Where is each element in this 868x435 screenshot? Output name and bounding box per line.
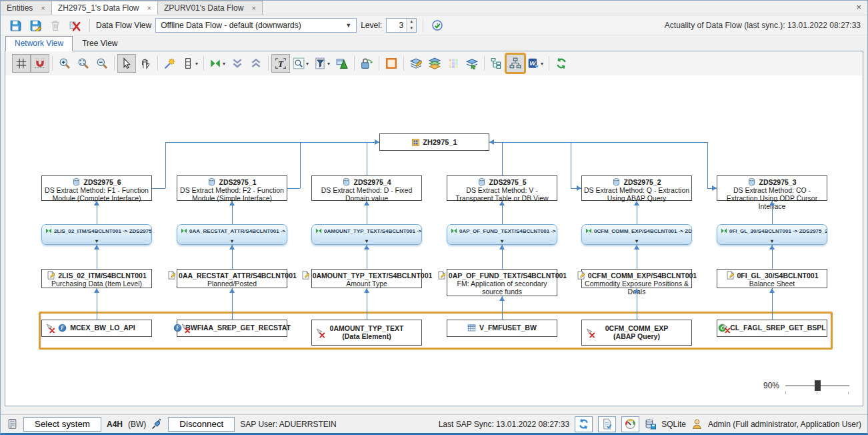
transformation-node[interactable]: 0AMOUNT_TYP_TEXT/S4BCLNT001 -> ZDS2975_4… [311, 224, 422, 245]
transformation-node[interactable]: 0CFM_COMM_EXP/S4BCLNT001 -> ZDS2975_2▾ [581, 224, 692, 245]
datasource-node[interactable]: 0AA_RECSTAT_ATTR/S4BCLNT001Planned/Poste… [177, 269, 287, 288]
snap-button[interactable] [31, 54, 49, 73]
zoom-slider[interactable] [785, 381, 849, 390]
transformation-node[interactable]: 0AA_RECSTAT_ATTR/S4BCLNT001 -> ZDS2975_1… [177, 224, 287, 245]
zoom-out-button[interactable] [93, 54, 111, 73]
collapse-indicator-icon[interactable]: ▾ [365, 238, 368, 245]
root-node[interactable]: ZH2975_1 [379, 133, 489, 151]
zoom-fit-button[interactable] [74, 54, 93, 73]
chevron-down-icon[interactable]: ▾ [327, 61, 330, 67]
user-icon [691, 418, 703, 430]
datastore-node[interactable]: ZDS2975_4DS Extract Method: D - Fixed Do… [311, 175, 422, 201]
remove-button[interactable] [67, 17, 83, 33]
actuality-text: Actuality of Data Flow (last sync.): 13.… [665, 21, 861, 30]
save-button[interactable] [7, 17, 23, 33]
spin-down-icon[interactable]: ▼ [407, 25, 416, 32]
text-tool-button[interactable]: T [271, 54, 290, 73]
connector-arrow [229, 245, 235, 250]
diagram-canvas[interactable]: ZH2975_1 90% ZDS2975_6DS Extract Method:… [5, 75, 863, 406]
transformation-icon [585, 228, 592, 234]
pan-button[interactable] [136, 54, 155, 73]
datastore-node[interactable]: ZDS2975_2DS Extract Method: Q - Extracti… [581, 175, 692, 201]
disconnect-button[interactable]: Disconnect [168, 417, 235, 432]
close-icon[interactable]: × [856, 3, 861, 11]
level-stepper[interactable]: 3 ▲▼ [386, 18, 417, 33]
layers-edit-button[interactable] [407, 54, 425, 73]
tab-entities[interactable]: Entities × [0, 1, 52, 15]
source-object-node[interactable]: FBWFIAA_SREP_GET_RECSTAT [177, 320, 287, 337]
collapse-indicator-icon[interactable]: ▾ [95, 238, 98, 245]
db-label: SQLite [661, 420, 686, 429]
sync-refresh-button[interactable] [575, 416, 593, 432]
sync-check-button[interactable] [429, 17, 445, 33]
orgchart-compact-button[interactable] [487, 54, 506, 73]
tab-zh2975-data-flow[interactable]: ZH2975_1's Data Flow × [51, 1, 158, 15]
datastore-node[interactable]: ZDS2975_1DS Extract Method: F2 - Functio… [177, 175, 287, 201]
close-icon[interactable]: × [41, 5, 45, 12]
datasource-node[interactable]: 0AMOUNT_TYP_TEXT/S4BCLNT001Amount Type [311, 269, 422, 288]
layout-vertical-button[interactable]: ▾ [179, 54, 201, 73]
datasource-node[interactable]: 0CFM_COMM_EXP/S4BCLNT001Commodity Exposu… [581, 269, 692, 288]
zoom-in-button[interactable] [55, 54, 74, 73]
tab-label: ZH2975_1's Data Flow [58, 3, 139, 13]
filter-button[interactable]: ▾ [311, 54, 333, 73]
collapse-indicator-icon[interactable]: ▾ [501, 238, 503, 245]
datasource-node[interactable]: 0AP_OF_FUND_TEXT/S4BCLNT001FM: Applicati… [447, 269, 557, 296]
refresh-button[interactable] [552, 54, 571, 73]
layers-export-button[interactable] [463, 54, 481, 73]
collapse-all-button[interactable] [228, 54, 247, 73]
select-system-button[interactable]: Select system [23, 417, 101, 432]
datastore-node[interactable]: ZDS2975_5DS Extract Method: V - Transpar… [447, 175, 557, 201]
datasource-node[interactable]: 2LIS_02_ITM/S4BCLNT001Purchasing Data (I… [41, 269, 152, 288]
search-button[interactable]: ▾ [290, 54, 311, 73]
source-object-node[interactable]: 0AMOUNT_TYP_TEXT(Data Element) [311, 320, 422, 346]
log-button[interactable] [598, 416, 616, 432]
select-icon [121, 57, 133, 69]
chevron-down-icon[interactable]: ▾ [541, 61, 543, 67]
grid-button[interactable] [12, 54, 31, 73]
color-palette-icon [447, 57, 459, 69]
frame-color-button[interactable] [382, 54, 401, 73]
datastore-node[interactable]: ZDS2975_3DS Extract Method: CO - Extract… [717, 175, 827, 201]
lock-refresh-button[interactable] [357, 54, 376, 73]
data-flow-view-select[interactable]: Offline Data Flow - default (downwards) … [155, 18, 357, 33]
orgchart-tree-button[interactable] [506, 54, 525, 73]
close-icon[interactable]: × [251, 5, 255, 12]
datastore-node[interactable]: ZDS2975_6DS Extract Method: F1 - Functio… [41, 175, 152, 201]
collapse-indicator-icon[interactable]: ▾ [771, 238, 773, 245]
save-as-button[interactable] [27, 17, 43, 33]
graph-toolbar: ▾▾T▾▾W▾ [5, 51, 863, 75]
close-icon[interactable]: × [147, 5, 151, 12]
connector-arrow [375, 139, 379, 145]
source-object-node[interactable]: 0CFM_COMM_EXP(ABAP Query) [581, 320, 692, 346]
source-object-node[interactable]: CCL_FAGL_SREP_GET_BSPL [717, 320, 827, 337]
tab-tree-view[interactable]: Tree View [73, 36, 127, 51]
magic-wand-button[interactable] [161, 54, 179, 73]
tab-network-view[interactable]: Network View [5, 36, 73, 51]
zoom-slider-handle[interactable] [815, 380, 821, 391]
chevron-down-icon[interactable]: ▾ [223, 61, 225, 67]
select-button[interactable] [117, 54, 136, 73]
transformation-node[interactable]: 0AP_OF_FUND_TEXT/S4BCLNT001 -> ZDS2975_5… [447, 224, 557, 245]
delete-button[interactable] [47, 17, 63, 33]
layers-color-button[interactable] [425, 54, 444, 73]
chevron-down-icon[interactable]: ▾ [306, 61, 309, 67]
chevron-down-icon[interactable]: ▾ [195, 61, 198, 67]
source-object-node[interactable]: V_FMFUSET_BW [447, 320, 557, 337]
tab-zpurv01-data-flow[interactable]: ZPURV01's Data Flow × [157, 1, 263, 15]
source-object-node[interactable]: FMCEX_BW_LO_API [41, 320, 152, 337]
merge-collapse-button[interactable]: ▾ [207, 54, 228, 73]
connector-arrow [94, 288, 99, 293]
performance-button[interactable] [621, 416, 639, 432]
word-export-button[interactable]: W▾ [525, 54, 546, 73]
expand-all-button[interactable] [247, 54, 265, 73]
collapse-indicator-icon[interactable]: ▾ [231, 238, 233, 245]
color-palette-button[interactable] [444, 54, 463, 73]
transformation-node[interactable]: 2LIS_02_ITM/S4BCLNT001 -> ZDS2975_6▾ [41, 224, 152, 245]
fit-selection-button[interactable] [333, 54, 351, 73]
datasource-node[interactable]: 0FI_GL_30/S4BCLNT001Balance Sheet [717, 269, 827, 288]
transformation-node[interactable]: 0FI_GL_30/S4BCLNT001 -> ZDS2975_3▾ [717, 224, 827, 245]
datasource-icon [437, 271, 446, 280]
spin-up-icon[interactable]: ▲ [407, 19, 416, 25]
collapse-indicator-icon[interactable]: ▾ [635, 238, 638, 245]
